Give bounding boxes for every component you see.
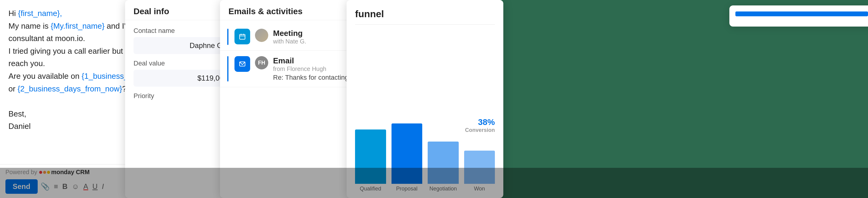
florence-avatar: FH xyxy=(255,56,268,69)
composer-or: or xyxy=(8,84,18,93)
deco-card-top xyxy=(730,5,868,27)
bottom-overlay xyxy=(0,168,868,198)
deal-panel-title: Deal info xyxy=(133,7,169,16)
composer-greeting: Hi xyxy=(8,9,18,18)
email-icon xyxy=(235,56,250,72)
funnel-title: funnel xyxy=(355,8,495,20)
svg-rect-0 xyxy=(240,34,245,39)
composer-line5-start: Are you available on xyxy=(8,72,82,81)
composer-line1-start: My name is xyxy=(8,22,51,30)
composer-firstname-var: {first_name}, xyxy=(18,9,62,18)
meeting-icon xyxy=(235,29,250,45)
timeline-bar-meeting xyxy=(227,29,228,45)
deco-card-bar xyxy=(735,11,868,16)
timeline-bar-email xyxy=(227,56,228,82)
composer-myfirstname-var: {My.first_name} xyxy=(51,22,104,30)
funnel-divider xyxy=(355,24,495,25)
activity-panel-title: Emails & activities xyxy=(228,7,303,16)
meeting-avatar xyxy=(255,29,268,42)
scene: Hi {first_name}, My name is {My.first_na… xyxy=(0,0,868,198)
composer-var3: {2_business_days_from_now} xyxy=(18,84,122,93)
nate-avatar-img xyxy=(255,29,268,42)
